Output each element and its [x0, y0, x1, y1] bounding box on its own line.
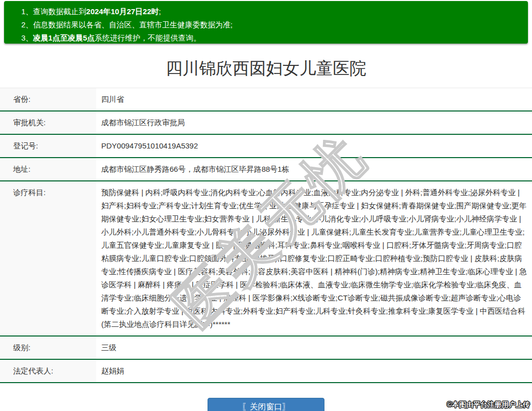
field-label: 审批机关: — [0, 111, 96, 134]
table-row-level: 级别: 三级 — [0, 337, 532, 360]
field-value: 成都市锦江区行政审批局 — [96, 111, 532, 134]
table-row-address: 地址: 成都市锦江区静秀路66号，成都市锦江区毕昇路88号1栋 — [0, 158, 532, 181]
field-label: 诊疗科目: — [0, 181, 96, 335]
field-label: 地址: — [0, 158, 96, 180]
field-label: 级别: — [0, 337, 96, 359]
notice-box: 1、查询数据截止到2024年10月27日22时; 2、信息数据结果以各省、自治区… — [4, 1, 528, 44]
field-label: 省份: — [0, 88, 96, 110]
table-row-province: 省份: 四川省 — [0, 88, 532, 111]
institution-detail-table: 省份: 四川省 审批机关: 成都市锦江区行政审批局 登记号: PDY009479… — [0, 88, 532, 383]
page-title: 四川锦欣西囡妇女儿童医院 — [0, 57, 532, 80]
table-row-registration-number: 登记号: PDY00947951010419A5392 — [0, 135, 532, 158]
table-row-legal-representative: 法定代表人: 赵娟娟 — [0, 360, 532, 383]
close-window-button[interactable]: 〖关闭窗口〗 — [208, 398, 324, 411]
field-value: PDY00947951010419A5392 — [96, 135, 532, 157]
notice-line-2: 2、信息数据结果以各省、自治区、直辖市卫生健康委数据为准; — [21, 18, 523, 31]
notice-line-number: 2、 — [21, 20, 33, 29]
table-row-medical-subjects: 诊疗科目: 预防保健科 | 内科;呼吸内科专业;消化内科专业;心血管内科专业;血… — [0, 181, 532, 337]
table-row-approval-authority: 审批机关: 成都市锦江区行政审批局 — [0, 111, 532, 135]
field-value: 赵娟娟 — [96, 360, 532, 382]
notice-line-number: 3、 — [21, 33, 33, 42]
notice-line-number: 1、 — [21, 7, 33, 16]
field-label: 登记号: — [0, 135, 96, 157]
field-value: 四川省 — [96, 88, 532, 110]
field-value: 预防保健科 | 内科;呼吸内科专业;消化内科专业;心血管内科专业;血液内科专业;… — [96, 181, 532, 335]
field-value: 三级 — [96, 337, 532, 359]
field-label: 法定代表人: — [0, 360, 96, 382]
upload-attribution-watermark: ©本图由平台注册用户上传 — [447, 400, 530, 409]
notice-line-3: 3、凌晨1点至凌晨5点系统进行维护，不能提供查询。 — [21, 31, 523, 45]
field-value: 成都市锦江区静秀路66号，成都市锦江区毕昇路88号1栋 — [96, 158, 532, 180]
notice-line-1: 1、查询数据截止到2024年10月27日22时; — [21, 5, 523, 18]
